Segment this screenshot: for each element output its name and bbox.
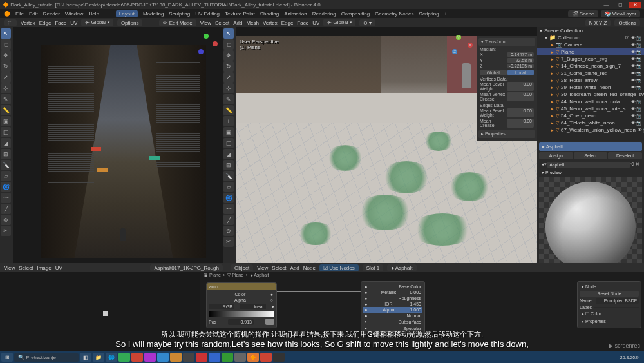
image-selector[interactable]: Asphalt017_1K-JPG_Rough [150,264,223,271]
tool-bevel[interactable]: ◢ [1,138,11,148]
tool2-edge[interactable]: ╱ [223,215,234,225]
tb-explorer[interactable]: 📁 [93,353,104,362]
tool2-rip[interactable]: ✂ [223,237,234,247]
tool-measure[interactable]: 📏 [1,105,11,115]
tool2-poly[interactable]: ▱ [223,182,234,192]
mat-deselect[interactable]: Deselect [608,152,642,159]
viewport-rendered[interactable] [13,27,223,263]
tb-app[interactable] [131,353,143,362]
tb-app[interactable] [273,353,285,362]
minimize-button[interactable]: — [600,2,613,8]
outliner-item[interactable]: ▸▽21_Coffe_plane_red👁📷 [537,70,644,77]
menu-edit[interactable]: Edit [29,11,38,17]
node-color-header[interactable]: ▸ ☐ Color [580,310,639,318]
menu-help[interactable]: Help [88,11,99,17]
tb-edge[interactable]: 🌐 [106,353,117,362]
taskbar-clock[interactable]: 25.3.2024 [618,355,643,360]
img-menu-image[interactable]: Image [37,265,51,271]
workspace-texture[interactable]: Texture Paint [225,11,255,17]
ramp-interp[interactable]: Linear [240,304,266,309]
outliner-collection[interactable]: ▾📁Collection☑👁📷 [537,34,644,41]
node-node[interactable]: Node [303,265,316,271]
crumb-mat[interactable]: ● Asphalt [250,273,269,279]
tool2-add[interactable]: + [223,116,234,126]
tool2-knife[interactable]: 🔪 [223,171,234,181]
vertex-crease[interactable]: 0.00 [507,92,534,101]
hdr-options[interactable]: Options [614,19,640,26]
nav-gizmo[interactable]: X Y Z [450,32,473,55]
outliner-plane[interactable]: ▸▽Plane👁📷 [537,48,644,55]
outliner-item[interactable]: ▸▽45_Neon_wall_coca_note_s👁📷 [537,105,644,112]
node-add[interactable]: Add [290,265,299,271]
tb-app[interactable] [118,353,130,362]
workspace-geonodes[interactable]: Geometry Nodes [375,11,413,17]
menu-file[interactable]: File [15,11,24,17]
tool-select[interactable]: ◻ [1,39,11,50]
slot-selector[interactable]: Slot 1 [363,264,383,271]
tool-knife[interactable]: 🔪 [1,160,11,170]
space-global[interactable]: Global [480,70,507,75]
outliner-item[interactable]: ▸▽30_Icecream_green_red_orange_svg👁📷 [537,91,644,98]
tool-transform[interactable]: ⊹ [1,83,11,93]
hdr-uv[interactable]: UV [312,20,319,26]
outliner-item[interactable]: ▸▽29_Hotel_white_neon👁📷 [537,84,644,91]
tool2-cursor[interactable]: ↖ [223,28,234,39]
material-slot[interactable]: ● Asphalt [539,142,642,151]
tool-extrude[interactable]: ▣ [1,116,11,126]
space-local[interactable]: Local [507,70,535,75]
tool2-measure[interactable]: 📏 [223,105,234,115]
workspace-modeling[interactable]: Modeling [143,11,164,17]
scene-selector[interactable]: 🎬 Scene [568,10,598,17]
use-nodes-toggle[interactable]: ☑ Use Nodes [319,264,359,271]
tb-app[interactable] [196,353,207,362]
ramp-pos[interactable]: 0.913 [228,319,254,325]
outliner-camera[interactable]: ▸📷Camera👁📷 [537,41,644,48]
tool-spin[interactable]: 🌀 [1,182,11,192]
workspace-scripting[interactable]: Scripting [419,11,439,17]
tool2-rotate[interactable]: ↻ [223,61,234,72]
tb-app[interactable] [260,353,272,362]
hdr-edge[interactable]: Edge [281,20,294,26]
workspace-animation[interactable]: Animation [284,11,307,17]
menu-render[interactable]: Render [43,11,60,17]
tool2-shrink[interactable]: ⊖ [223,226,234,236]
tool-scale[interactable]: ⤢ [1,72,11,83]
tool2-spin[interactable]: 🌀 [223,193,234,203]
tool-rip[interactable]: ✂ [1,226,11,236]
tool-smooth[interactable]: 〰 [1,193,11,203]
img-menu-uv[interactable]: UV [55,265,62,271]
node-select[interactable]: Select [272,265,286,271]
edge-crease[interactable]: 0.00 [507,119,534,128]
preview-header[interactable]: ▾ Preview [539,169,642,177]
outliner-item[interactable]: ▸▽28_Hotel_arrow👁📷 [537,77,644,84]
taskbar-search[interactable]: 🔍 Pretraživanje [14,353,79,362]
bsdf-ior[interactable]: 1.450 [410,302,421,306]
tb-taskview[interactable]: ◧ [80,353,91,362]
node-colorramp[interactable]: amp Color ● Alpha ○ RGBLinear▾ Pos0.913 [206,282,277,328]
tool-move[interactable]: ✥ [1,50,11,61]
tool2-transform[interactable]: ⊹ [223,83,234,93]
node-name-field[interactable]: Principled BSDF [596,298,639,304]
node-props-header[interactable]: ▸ Properties [580,318,639,326]
vp1-options[interactable]: Options [117,19,143,26]
close-button[interactable]: ✕ [629,2,641,8]
crumb-mesh[interactable]: ▽ Plane [227,273,243,279]
xyz-toggle[interactable]: N X Y Z [585,19,611,26]
median-z[interactable]: -0.22135 m [507,64,534,68]
node-material[interactable]: ● Asphalt [387,264,416,271]
shader-node-editor[interactable]: ▣ Plane › ▽ Plane › ● Asphalt amp Color … [200,272,644,362]
workspace-layout[interactable]: Layout [116,10,138,17]
vp1-orientation[interactable]: ⚹ Global ▾ [81,19,113,26]
node-label-field[interactable] [594,307,639,308]
tb-app[interactable] [183,353,194,362]
tool-rotate[interactable]: ↻ [1,61,11,72]
vp1-edge[interactable]: Edge [39,20,52,26]
node-view[interactable]: View [257,265,268,271]
outliner-item[interactable]: ▸▽64_Tickets_white_neon👁📷 [537,119,644,126]
mat-assign[interactable]: Assign [539,152,573,159]
outliner-item[interactable]: ▸▽14_Chinese_neon_sign_7👁📷 [537,63,644,70]
crumb-object[interactable]: ▣ Plane [204,273,221,279]
hdr-face[interactable]: Face [297,20,308,26]
hdr-select[interactable]: Select [215,20,229,26]
img-menu-select[interactable]: Select [19,265,33,271]
